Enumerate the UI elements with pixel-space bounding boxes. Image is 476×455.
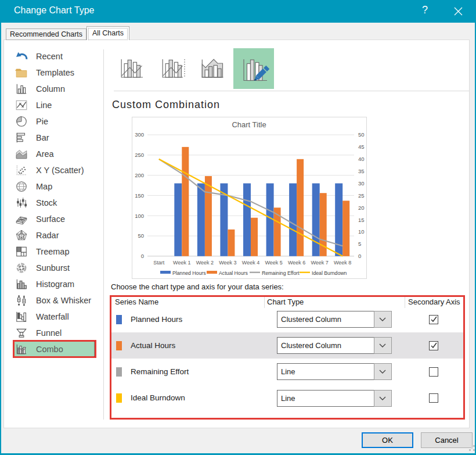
svg-text:0: 0: [141, 253, 144, 259]
svg-text:100: 100: [135, 213, 144, 219]
svg-text:Week 3: Week 3: [219, 260, 236, 266]
svg-text:Planned Hours: Planned Hours: [172, 270, 206, 276]
svg-text:250: 250: [135, 152, 144, 158]
svg-text:Remaining Effort: Remaining Effort: [262, 270, 300, 276]
svg-text:Actual Hours: Actual Hours: [219, 270, 248, 276]
svg-text:150: 150: [135, 192, 144, 199]
svg-text:15: 15: [358, 217, 365, 223]
svg-text:50: 50: [138, 232, 144, 239]
svg-text:Week 2: Week 2: [196, 260, 214, 266]
svg-text:Week 7: Week 7: [311, 260, 329, 266]
svg-text:Week 5: Week 5: [265, 260, 282, 266]
svg-text:5: 5: [358, 241, 361, 247]
svg-text:Week 4: Week 4: [242, 260, 259, 266]
svg-text:Week 6: Week 6: [288, 260, 305, 266]
svg-text:25: 25: [358, 192, 365, 199]
svg-text:0: 0: [358, 253, 361, 259]
svg-text:20: 20: [358, 205, 365, 211]
svg-text:Ideal Burndown: Ideal Burndown: [312, 270, 347, 276]
svg-text:10: 10: [358, 228, 365, 235]
svg-text:35: 35: [358, 168, 365, 174]
svg-text:40: 40: [358, 156, 365, 162]
svg-text:Week 1: Week 1: [173, 260, 190, 266]
svg-text:300: 300: [135, 131, 144, 138]
svg-text:Week 8: Week 8: [334, 260, 351, 266]
svg-text:Chart Title: Chart Title: [232, 120, 266, 129]
svg-text:200: 200: [135, 172, 144, 178]
svg-text:50: 50: [358, 131, 365, 138]
svg-text:45: 45: [358, 144, 365, 150]
svg-text:Start: Start: [153, 260, 165, 266]
svg-text:30: 30: [358, 180, 365, 187]
